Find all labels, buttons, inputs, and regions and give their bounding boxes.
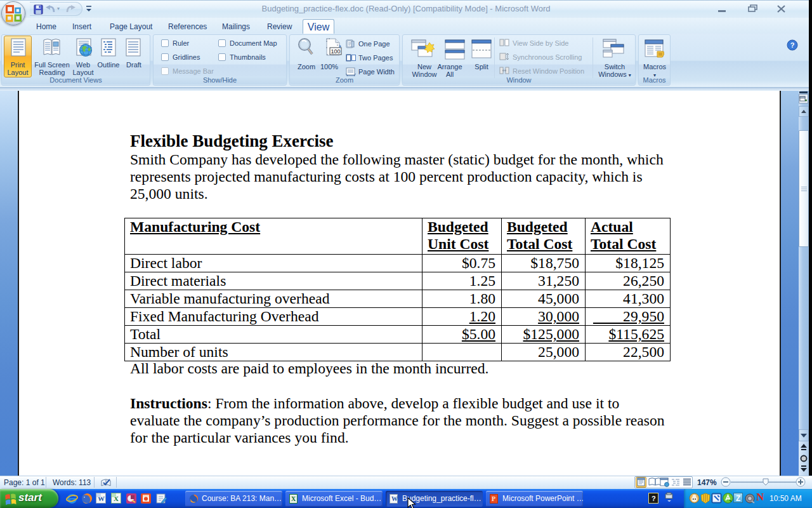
svg-text:100: 100 [331, 48, 340, 55]
svg-text:?: ? [790, 41, 795, 49]
